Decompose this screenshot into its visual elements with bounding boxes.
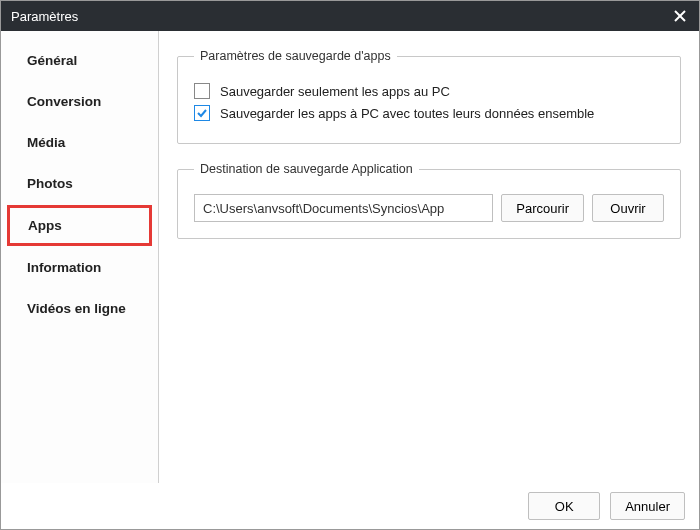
sidebar-item-general[interactable]: Général [7, 41, 152, 80]
backup-settings-group: Paramètres de sauvegarde d'apps Sauvegar… [177, 49, 681, 144]
titlebar: Paramètres [1, 1, 699, 31]
sidebar-item-apps[interactable]: Apps [7, 205, 152, 246]
checkbox-only-pc-label: Sauvegarder seulement les apps au PC [220, 84, 450, 99]
sidebar-item-media[interactable]: Média [7, 123, 152, 162]
sidebar-item-label: Apps [28, 218, 62, 233]
window-title: Paramètres [11, 9, 78, 24]
cancel-button[interactable]: Annuler [610, 492, 685, 520]
sidebar-item-label: Général [27, 53, 77, 68]
sidebar-item-videos-online[interactable]: Vidéos en ligne [7, 289, 152, 328]
sidebar-item-label: Photos [27, 176, 73, 191]
destination-path-input[interactable] [194, 194, 493, 222]
checkbox-only-pc[interactable] [194, 83, 210, 99]
backup-settings-legend: Paramètres de sauvegarde d'apps [194, 49, 397, 63]
sidebar-item-photos[interactable]: Photos [7, 164, 152, 203]
sidebar: Général Conversion Média Photos Apps Inf… [1, 31, 159, 483]
sidebar-item-label: Information [27, 260, 101, 275]
option-row-only-pc: Sauvegarder seulement les apps au PC [194, 83, 664, 99]
sidebar-item-information[interactable]: Information [7, 248, 152, 287]
sidebar-item-label: Vidéos en ligne [27, 301, 126, 316]
checkbox-with-data-label: Sauvegarder les apps à PC avec toutes le… [220, 106, 594, 121]
main-panel: Paramètres de sauvegarde d'apps Sauvegar… [159, 31, 699, 483]
sidebar-item-conversion[interactable]: Conversion [7, 82, 152, 121]
checkbox-with-data[interactable] [194, 105, 210, 121]
option-row-with-data: Sauvegarder les apps à PC avec toutes le… [194, 105, 664, 121]
destination-legend: Destination de sauvegarde Application [194, 162, 419, 176]
footer: OK Annuler [1, 483, 699, 529]
ok-button[interactable]: OK [528, 492, 600, 520]
sidebar-item-label: Conversion [27, 94, 101, 109]
destination-row: Parcourir Ouvrir [194, 194, 664, 222]
browse-button[interactable]: Parcourir [501, 194, 584, 222]
open-button[interactable]: Ouvrir [592, 194, 664, 222]
destination-group: Destination de sauvegarde Application Pa… [177, 162, 681, 239]
settings-window: Paramètres Général Conversion Média Phot… [0, 0, 700, 530]
close-icon[interactable] [671, 7, 689, 25]
body: Général Conversion Média Photos Apps Inf… [1, 31, 699, 483]
sidebar-item-label: Média [27, 135, 65, 150]
